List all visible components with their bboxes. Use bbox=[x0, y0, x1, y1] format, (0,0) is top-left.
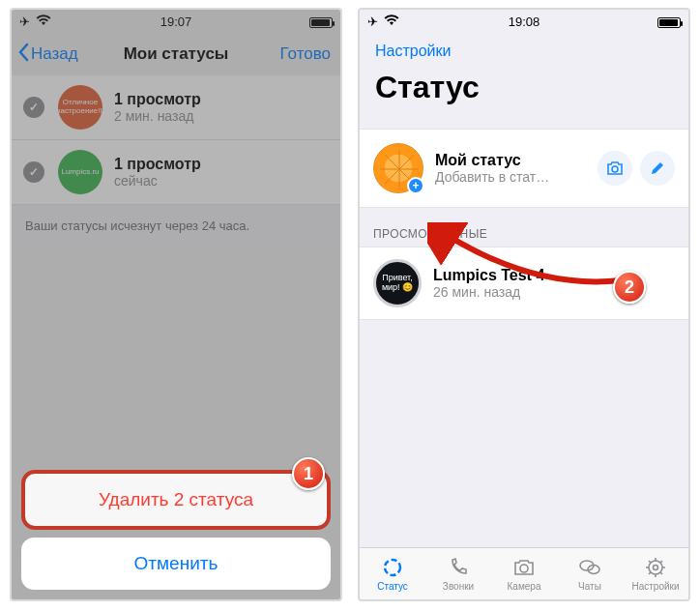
tab-camera[interactable]: Камера bbox=[491, 548, 557, 599]
pencil-icon bbox=[650, 160, 665, 176]
tab-settings[interactable]: Настройки bbox=[623, 548, 688, 599]
delete-statuses-button[interactable]: Удалить 2 статуса bbox=[25, 474, 327, 526]
tab-chats[interactable]: Чаты bbox=[557, 548, 623, 599]
svg-point-9 bbox=[649, 561, 662, 574]
status-thumbnail: Привет, мир! 😊 bbox=[373, 259, 422, 307]
tab-calls[interactable]: Звонки bbox=[425, 548, 491, 599]
annotation-marker-1: 1 bbox=[292, 457, 325, 490]
svg-point-4 bbox=[612, 166, 618, 172]
svg-point-5 bbox=[385, 560, 400, 575]
cancel-button[interactable]: Отменить bbox=[21, 538, 331, 590]
my-status-subtitle: Добавить в стат… bbox=[435, 169, 590, 185]
tab-status[interactable]: Статус bbox=[360, 548, 425, 599]
svg-point-6 bbox=[520, 565, 528, 572]
left-phone-screenshot: ✈︎ 19:07 Назад Мои статусы Готово ✓ Отли… bbox=[10, 8, 342, 601]
gear-icon bbox=[644, 556, 667, 579]
svg-line-18 bbox=[649, 572, 651, 574]
camera-icon bbox=[606, 160, 624, 176]
viewed-status-title: Lumpics Test 4 bbox=[433, 267, 544, 284]
my-status-row[interactable]: + Мой статус Добавить в стат… bbox=[360, 129, 688, 208]
svg-line-17 bbox=[660, 561, 662, 563]
annotation-marker-2: 2 bbox=[613, 271, 646, 304]
right-phone-screenshot: ✈︎ 19:08 Настройки Статус + Мой статус Д… bbox=[358, 8, 690, 601]
phone-icon bbox=[447, 556, 470, 579]
tab-bar: Статус Звонки Камера Чаты Настройки bbox=[360, 547, 688, 599]
camera-icon bbox=[512, 556, 536, 579]
chat-bubbles-icon bbox=[578, 556, 601, 579]
edit-status-button[interactable] bbox=[640, 151, 675, 186]
status-ring-icon bbox=[381, 556, 404, 579]
svg-line-15 bbox=[649, 561, 651, 563]
svg-point-10 bbox=[654, 566, 658, 570]
page-title: Статус bbox=[360, 64, 688, 115]
my-status-title: Мой статус bbox=[435, 152, 590, 169]
settings-back-link[interactable]: Настройки bbox=[375, 43, 451, 59]
statusbar-time: 19:08 bbox=[360, 15, 688, 29]
camera-status-button[interactable] bbox=[598, 151, 632, 186]
status-bar: ✈︎ 19:08 bbox=[360, 10, 688, 33]
my-status-avatar: + bbox=[373, 143, 423, 193]
viewed-status-time: 26 мин. назад bbox=[433, 284, 544, 300]
section-header-viewed: ПРОСМОТРЕННЫЕ bbox=[360, 208, 688, 247]
delete-sheet-highlight: Удалить 2 статуса bbox=[21, 470, 331, 530]
navigation-bar: Настройки bbox=[360, 33, 688, 64]
action-sheet: Удалить 2 статуса Отменить bbox=[12, 460, 340, 599]
svg-line-16 bbox=[660, 572, 662, 574]
add-status-badge-icon: + bbox=[407, 177, 424, 194]
